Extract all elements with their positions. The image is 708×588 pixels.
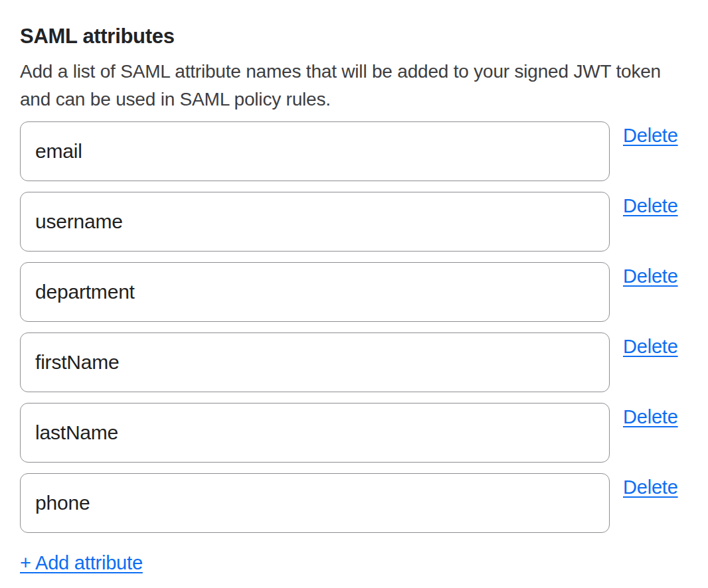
attribute-name-input[interactable] (20, 192, 610, 252)
attribute-name-input[interactable] (20, 262, 610, 322)
attribute-row: Delete (20, 121, 688, 181)
attribute-row: Delete (20, 403, 688, 463)
section-description: Add a list of SAML attribute names that … (20, 58, 688, 113)
attribute-name-input[interactable] (20, 403, 610, 463)
delete-attribute-link[interactable]: Delete (623, 265, 678, 288)
attribute-name-input[interactable] (20, 121, 610, 181)
section-description-line-2: and can be used in SAML policy rules. (20, 86, 688, 113)
delete-attribute-link[interactable]: Delete (623, 124, 678, 147)
add-attribute-link[interactable]: + Add attribute (20, 551, 143, 575)
attribute-name-input[interactable] (20, 332, 610, 392)
section-title: SAML attributes (20, 24, 688, 48)
attribute-row: Delete (20, 192, 688, 252)
delete-attribute-link[interactable]: Delete (623, 194, 678, 218)
attribute-row: Delete (20, 262, 688, 322)
attribute-row: Delete (20, 332, 688, 392)
delete-attribute-link[interactable]: Delete (623, 476, 678, 499)
attribute-name-input[interactable] (20, 473, 610, 533)
delete-attribute-link[interactable]: Delete (623, 405, 678, 429)
delete-attribute-link[interactable]: Delete (623, 335, 678, 358)
attribute-row: Delete (20, 473, 688, 533)
attribute-list: Delete Delete Delete Delete Delete Delet… (20, 121, 688, 533)
saml-attributes-section: SAML attributes Add a list of SAML attri… (0, 0, 708, 575)
section-description-line-1: Add a list of SAML attribute names that … (20, 58, 688, 86)
